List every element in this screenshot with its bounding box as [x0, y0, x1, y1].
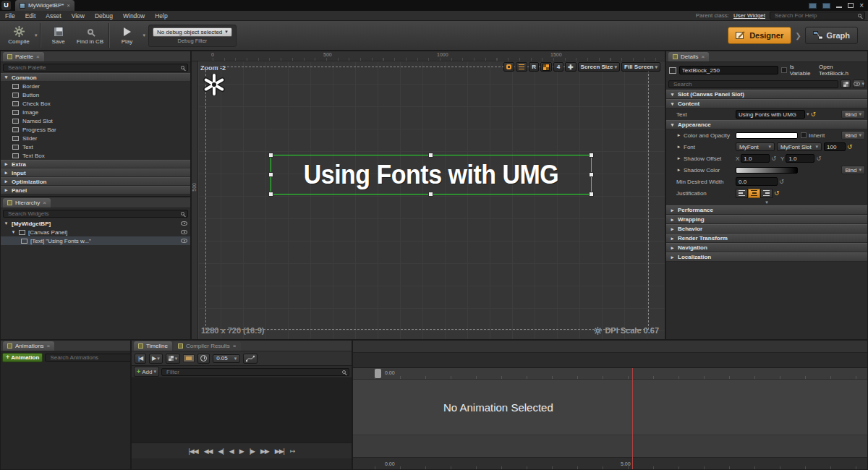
selected-text-widget[interactable]: Using Fonts with UMG	[271, 155, 592, 195]
palette-search[interactable]	[3, 64, 188, 72]
font-size-input[interactable]	[824, 142, 846, 151]
go-to-end-icon[interactable]: ▶▶|	[275, 448, 284, 455]
align-right-button[interactable]	[760, 189, 773, 198]
thumbnail-button[interactable]	[183, 354, 195, 362]
window-layout-icon-2[interactable]	[822, 3, 830, 9]
reset-to-default-icon[interactable]: ↺	[774, 190, 780, 197]
tab-close-icon[interactable]: ×	[67, 3, 70, 9]
panel-close-icon[interactable]: ×	[47, 343, 51, 349]
menu-file[interactable]: File	[0, 12, 20, 20]
appearance-section-header[interactable]: ▾ Appearance	[666, 120, 867, 129]
menu-window[interactable]: Window	[118, 12, 150, 20]
add-track-button[interactable]: + Add ▾	[134, 367, 159, 377]
track-filter[interactable]	[161, 368, 349, 376]
expanded-arrow-icon[interactable]: ▾	[4, 221, 9, 226]
reset-to-default-icon[interactable]: ↺	[811, 111, 817, 118]
go-to-start-button[interactable]: |◀	[135, 354, 146, 364]
collapsed-arrow-icon[interactable]: ▸	[676, 132, 681, 138]
save-button[interactable]: Save	[43, 22, 75, 49]
animations-tab[interactable]: Animations ×	[3, 341, 54, 351]
visibility-eye-icon[interactable]	[181, 239, 187, 243]
shadow-color-swatch[interactable]	[736, 167, 798, 174]
minimize-icon[interactable]	[836, 7, 842, 8]
details-search[interactable]	[668, 80, 838, 88]
font-typeface-dropdown[interactable]: MyFont Slot ▾	[777, 142, 822, 151]
text-dropdown-icon[interactable]: ▾	[807, 111, 809, 117]
resize-handle-n[interactable]	[428, 153, 433, 158]
play-button[interactable]: Play	[111, 22, 143, 49]
color-bind-button[interactable]: Bind ▾	[841, 131, 865, 140]
window-layout-icon[interactable]	[809, 3, 817, 9]
time-snap-button[interactable]	[197, 354, 210, 364]
step-forward-icon[interactable]: ▶▶	[260, 448, 269, 455]
panel-close-icon[interactable]: ×	[233, 343, 237, 349]
track-filter-input[interactable]	[165, 368, 340, 376]
slot-section-header[interactable]: ▾ Slot (Canvas Panel Slot)	[666, 90, 867, 99]
resize-handle-nw[interactable]	[268, 153, 273, 158]
open-header-link[interactable]: Open TextBlock.h	[819, 64, 863, 77]
collapsed-arrow-icon[interactable]: ▸	[676, 144, 681, 150]
loop-icon[interactable]: ↦	[290, 448, 295, 455]
visibility-eye-icon[interactable]	[181, 230, 187, 234]
font-family-dropdown[interactable]: MyFont ▾	[736, 142, 775, 151]
debug-object-dropdown[interactable]: No debug object selected ▾	[153, 27, 232, 37]
play-icon[interactable]: ▶	[239, 448, 244, 455]
panel-close-icon[interactable]: ×	[36, 54, 40, 60]
hierarchy-row-canvas-panel[interactable]: ▾ [Canvas Panel]	[1, 228, 190, 236]
palette-tab[interactable]: Palette ×	[3, 52, 44, 61]
palette-item-named-slot[interactable]: Named Slot	[1, 116, 190, 125]
resize-handle-w[interactable]	[268, 172, 273, 177]
animations-search[interactable]	[45, 354, 131, 362]
resize-handle-ne[interactable]	[589, 153, 594, 158]
play-forward-button[interactable]: ▶▾	[149, 354, 163, 364]
palette-item-checkbox[interactable]: Check Box	[1, 99, 190, 108]
animations-search-input[interactable]	[48, 354, 131, 362]
resize-handle-s[interactable]	[428, 192, 433, 197]
ruler-drag-handle[interactable]	[375, 369, 381, 378]
palette-item-button[interactable]: Button	[1, 90, 190, 99]
text-value-input[interactable]	[736, 110, 805, 119]
designer-mode-button[interactable]: Designer	[728, 27, 791, 44]
resize-handle-se[interactable]	[589, 192, 594, 197]
hierarchy-tab[interactable]: Hierarchy ×	[3, 198, 51, 208]
expanded-arrow-icon[interactable]: ▾	[11, 229, 16, 235]
palette-section-panel[interactable]: ▸Panel	[1, 186, 190, 195]
hierarchy-search[interactable]	[3, 210, 188, 218]
collapsed-arrow-icon[interactable]: ▸	[676, 167, 681, 173]
compile-button[interactable]: Compile	[3, 22, 35, 49]
spinner-icon[interactable]: ↺	[771, 155, 776, 162]
palette-item-image[interactable]: Image	[1, 108, 190, 116]
palette-section-input[interactable]: ▸Input	[1, 168, 190, 177]
palette-item-progress-bar[interactable]: Progress Bar	[1, 125, 190, 134]
palette-section-optimization[interactable]: ▸Optimization	[1, 177, 190, 186]
align-left-button[interactable]	[736, 189, 748, 198]
render-transform-section-header[interactable]: ▸Render Transform	[666, 234, 867, 243]
menu-edit[interactable]: Edit	[20, 12, 41, 20]
color-swatch[interactable]	[736, 132, 798, 139]
widget-name-input[interactable]	[679, 66, 778, 74]
palette-item-text[interactable]: Text	[1, 142, 190, 151]
track-list-area[interactable]	[132, 378, 352, 443]
palette-item-text-box[interactable]: Text Box	[1, 151, 190, 160]
timeline-tab[interactable]: Timeline	[134, 341, 172, 351]
shadow-offset-x-input[interactable]	[741, 154, 770, 163]
palette-section-common[interactable]: ▾ Common	[1, 73, 190, 82]
find-in-cb-button[interactable]: Find in CB	[75, 22, 106, 49]
palette-section-extra[interactable]: ▸Extra	[1, 160, 190, 168]
palette-item-slider[interactable]: Slider	[1, 134, 190, 142]
help-search-input[interactable]	[773, 12, 856, 20]
prev-key-icon[interactable]: ◀|	[218, 448, 224, 455]
menu-debug[interactable]: Debug	[90, 12, 118, 20]
respect-locks-button[interactable]: R	[529, 62, 539, 72]
content-section-header[interactable]: ▾ Content	[666, 99, 867, 108]
step-back-icon[interactable]: ◀◀	[204, 448, 213, 455]
reset-to-default-icon[interactable]: ↺	[847, 144, 853, 150]
play-reverse-icon[interactable]: ◀	[229, 448, 234, 455]
close-icon[interactable]: ×	[859, 2, 864, 9]
maximize-icon[interactable]	[848, 3, 854, 8]
grid-snap-button[interactable]	[540, 62, 552, 72]
palette-item-border[interactable]: Border	[1, 82, 190, 90]
spinner-icon[interactable]: ↺	[816, 155, 821, 162]
details-search-input[interactable]	[672, 80, 835, 88]
snap-options-button[interactable]: ▾	[166, 354, 181, 364]
